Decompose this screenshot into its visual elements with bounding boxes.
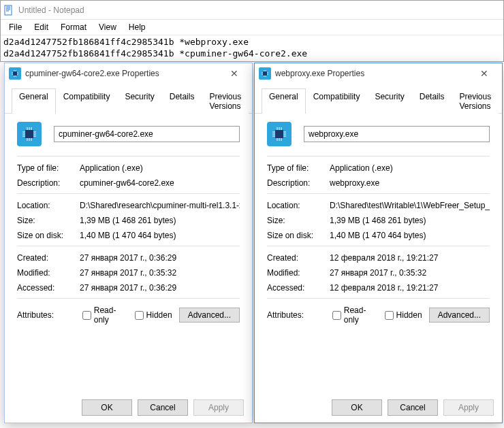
label-attributes: Attributes: <box>267 310 326 320</box>
value-accessed: 27 января 2017 г., 0:36:29 <box>80 283 240 293</box>
filename-input[interactable] <box>54 126 240 142</box>
label-size: Size: <box>267 216 330 225</box>
menu-help[interactable]: Help <box>123 21 151 33</box>
label-modified: Modified: <box>267 268 330 278</box>
file-type-icon <box>17 122 42 146</box>
value-size: 1,39 MB (1 468 261 bytes) <box>80 216 240 225</box>
value-modified: 27 января 2017 г., 0:35:32 <box>330 268 490 278</box>
apply-button[interactable]: Apply <box>443 399 494 416</box>
label-accessed: Accessed: <box>267 283 330 293</box>
properties-dialog-webproxy: webproxy.exe Properties ✕ General Compat… <box>254 63 503 423</box>
label-attributes: Attributes: <box>17 310 76 320</box>
tab-general[interactable]: General <box>12 88 56 114</box>
tab-previous-versions[interactable]: Previous Versions <box>202 88 249 114</box>
dialog-body: Type of file:Application (.exe) Descript… <box>5 114 252 393</box>
menu-edit[interactable]: Edit <box>29 21 54 33</box>
cancel-button[interactable]: Cancel <box>388 399 438 416</box>
value-modified: 27 января 2017 г., 0:35:32 <box>80 268 240 278</box>
tab-general[interactable]: General <box>262 88 306 114</box>
label-description: Description: <box>17 178 80 188</box>
filename-input[interactable] <box>304 126 490 142</box>
tab-security[interactable]: Security <box>117 88 161 114</box>
dialog-title: webproxy.exe Properties <box>275 69 471 78</box>
checkbox-readonly[interactable]: Read-only <box>332 306 378 325</box>
value-size-on-disk: 1,40 MB (1 470 464 bytes) <box>330 231 490 240</box>
advanced-button[interactable]: Advanced... <box>429 308 490 323</box>
value-location: D:\Shared\test\Writable\1\WebFreer_Setup… <box>330 201 490 210</box>
tab-security[interactable]: Security <box>367 88 411 114</box>
button-row: OK Cancel Apply <box>5 393 252 423</box>
notepad-text-area[interactable]: d2a4d1247752fb186841ff4c2985341b *webpro… <box>1 35 503 61</box>
value-location: D:\Shared\research\cpuminer-multi-rel1.3… <box>80 201 240 210</box>
svg-rect-2 <box>25 130 33 138</box>
label-size-on-disk: Size on disk: <box>267 231 330 240</box>
value-description: webproxy.exe <box>330 178 490 188</box>
checkbox-hidden[interactable]: Hidden <box>385 310 422 320</box>
file-type-icon <box>267 122 292 146</box>
label-location: Location: <box>17 201 80 210</box>
notepad-titlebar[interactable]: Untitled - Notepad <box>1 1 503 20</box>
svg-rect-4 <box>275 130 283 138</box>
label-type: Type of file: <box>267 163 330 173</box>
notepad-title: Untitled - Notepad <box>18 5 84 15</box>
value-created: 12 февраля 2018 г., 19:21:27 <box>330 253 490 263</box>
menu-format[interactable]: Format <box>55 21 92 33</box>
svg-rect-3 <box>263 71 267 76</box>
dialog-body: Type of file:Application (.exe) Descript… <box>255 114 502 393</box>
advanced-button[interactable]: Advanced... <box>179 308 240 323</box>
notepad-menu: File Edit Format View Help <box>1 20 503 35</box>
tab-previous-versions[interactable]: Previous Versions <box>452 88 499 114</box>
dialog-titlebar[interactable]: webproxy.exe Properties ✕ <box>255 63 502 84</box>
value-description: cpuminer-gw64-core2.exe <box>80 178 240 188</box>
label-modified: Modified: <box>17 268 80 278</box>
tab-compatibility[interactable]: Compatibility <box>56 88 118 114</box>
cancel-button[interactable]: Cancel <box>138 399 188 416</box>
button-row: OK Cancel Apply <box>255 393 502 423</box>
close-button[interactable]: ✕ <box>221 68 248 79</box>
value-size-on-disk: 1,40 MB (1 470 464 bytes) <box>80 231 240 240</box>
app-icon <box>259 67 271 80</box>
value-created: 27 января 2017 г., 0:36:29 <box>80 253 240 263</box>
value-size: 1,39 MB (1 468 261 bytes) <box>330 216 490 225</box>
menu-file[interactable]: File <box>3 21 27 33</box>
tab-strip: General Compatibility Security Details P… <box>255 84 502 114</box>
dialog-title: cpuminer-gw64-core2.exe Properties <box>25 69 221 78</box>
tab-strip: General Compatibility Security Details P… <box>5 84 252 114</box>
tab-compatibility[interactable]: Compatibility <box>306 88 368 114</box>
menu-view[interactable]: View <box>93 21 122 33</box>
label-description: Description: <box>267 178 330 188</box>
app-icon <box>9 67 21 80</box>
notepad-icon <box>3 5 14 16</box>
checkbox-hidden[interactable]: Hidden <box>135 310 172 320</box>
value-type: Application (.exe) <box>80 163 240 173</box>
close-button[interactable]: ✕ <box>471 68 498 79</box>
value-type: Application (.exe) <box>330 163 490 173</box>
label-location: Location: <box>267 201 330 210</box>
value-accessed: 12 февраля 2018 г., 19:21:27 <box>330 283 490 293</box>
apply-button[interactable]: Apply <box>193 399 244 416</box>
ok-button[interactable]: OK <box>82 399 132 416</box>
label-created: Created: <box>267 253 330 263</box>
label-created: Created: <box>17 253 80 263</box>
ok-button[interactable]: OK <box>332 399 382 416</box>
label-size: Size: <box>17 216 80 225</box>
tab-details[interactable]: Details <box>412 88 452 114</box>
label-accessed: Accessed: <box>17 283 80 293</box>
tab-details[interactable]: Details <box>162 88 202 114</box>
notepad-window: Untitled - Notepad File Edit Format View… <box>0 0 504 62</box>
properties-dialog-cpuminer: cpuminer-gw64-core2.exe Properties ✕ Gen… <box>4 63 253 423</box>
label-type: Type of file: <box>17 163 80 173</box>
svg-rect-1 <box>13 71 17 76</box>
label-size-on-disk: Size on disk: <box>17 231 80 240</box>
checkbox-readonly[interactable]: Read-only <box>82 306 128 325</box>
dialog-titlebar[interactable]: cpuminer-gw64-core2.exe Properties ✕ <box>5 63 252 84</box>
